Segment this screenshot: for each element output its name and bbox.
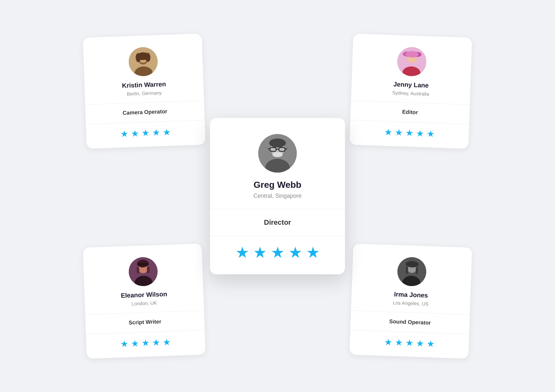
name-eleanor: Eleanor Wilson: [121, 290, 167, 299]
location-eleanor: London, UK: [131, 300, 157, 306]
avatar-kristin: [128, 47, 158, 76]
star-5: ★: [426, 129, 435, 138]
card-jenny-lane[interactable]: Jenny Lane Sydney, Australia Editor ★ ★ …: [349, 33, 472, 149]
star-4: ★: [288, 245, 302, 260]
stars-irma: ★ ★ ★ ★ ★: [349, 330, 469, 359]
name-jenny: Jenny Lane: [393, 81, 429, 89]
name-greg: Greg Webb: [254, 179, 302, 190]
star-4: ★: [416, 129, 424, 138]
star-5: ★: [426, 339, 435, 348]
star-2: ★: [394, 338, 403, 347]
location-jenny: Sydney, Australia: [392, 90, 429, 96]
svg-rect-24: [406, 266, 408, 274]
card-greg-webb[interactable]: Greg Webb Central, Singapore Director ★ …: [210, 118, 345, 274]
star-4: ★: [416, 339, 424, 348]
avatar-eleanor: [128, 257, 158, 286]
star-4: ★: [152, 338, 161, 347]
stars-kristin: ★ ★ ★ ★ ★: [86, 120, 205, 149]
star-3: ★: [405, 338, 413, 348]
svg-point-29: [269, 138, 286, 147]
star-3: ★: [142, 338, 150, 348]
name-kristin: Kristin Warren: [122, 80, 166, 89]
svg-rect-18: [137, 267, 139, 273]
star-2: ★: [394, 128, 403, 137]
star-1: ★: [120, 339, 129, 348]
card-kristin-warren[interactable]: Kristin Warren Berlin, Germany Camera Op…: [83, 33, 206, 149]
location-kristin: Berlin, Germany: [127, 90, 162, 97]
star-4: ★: [152, 128, 161, 137]
avatar-jenny: [397, 47, 427, 76]
card-eleanor-wilson[interactable]: Eleanor Wilson London, UK Script Writer …: [83, 243, 206, 359]
star-1: ★: [384, 128, 392, 137]
avatar-greg: [258, 134, 297, 172]
stars-jenny: ★ ★ ★ ★ ★: [349, 120, 469, 149]
star-5: ★: [306, 245, 320, 260]
star-2: ★: [131, 129, 139, 138]
cards-scene: Kristin Warren Berlin, Germany Camera Op…: [85, 36, 470, 357]
stars-eleanor: ★ ★ ★ ★ ★: [86, 330, 205, 359]
star-1: ★: [384, 338, 392, 347]
star-3: ★: [142, 128, 150, 138]
svg-point-35: [272, 152, 283, 157]
role-greg: Director: [210, 209, 345, 235]
stars-greg: ★ ★ ★ ★ ★: [210, 236, 345, 274]
location-greg: Central, Singapore: [253, 192, 302, 199]
star-1: ★: [120, 129, 129, 138]
star-3: ★: [405, 128, 413, 138]
svg-rect-25: [416, 267, 418, 274]
avatar-irma: [397, 257, 427, 286]
name-irma: Irma Jones: [394, 291, 428, 299]
location-irma: Los Angeles, US: [393, 300, 428, 307]
star-2: ★: [253, 245, 267, 260]
star-3: ★: [271, 245, 285, 260]
svg-rect-19: [147, 266, 150, 273]
card-irma-jones[interactable]: Irma Jones Los Angeles, US Sound Operato…: [349, 243, 472, 359]
star-1: ★: [235, 245, 249, 260]
star-2: ★: [131, 339, 139, 348]
star-5: ★: [163, 338, 171, 347]
star-5: ★: [163, 128, 171, 137]
